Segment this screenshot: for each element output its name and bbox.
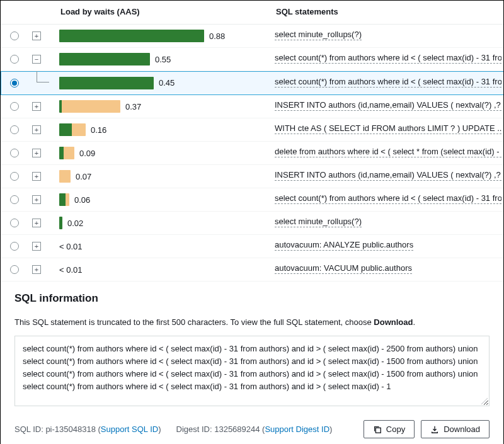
table-row[interactable]: +0.06select count(*) from authors where … — [1, 188, 503, 212]
download-button[interactable]: Download — [421, 420, 490, 438]
load-bar-segment-orange — [66, 193, 69, 206]
load-bar — [59, 100, 120, 113]
load-value: 0.88 — [209, 31, 225, 41]
expand-icon[interactable]: + — [32, 102, 41, 111]
load-bar-segment-green — [59, 147, 64, 159]
load-bar-segment-green — [59, 123, 72, 136]
sql-info-description: This SQL statement is truncated to the f… — [14, 317, 490, 327]
table-row[interactable]: +0.37INSERT INTO authors (id,name,email)… — [1, 95, 503, 118]
support-digest-id-link[interactable]: Support Digest ID — [265, 424, 329, 434]
table-row[interactable]: −0.55select count(*) from authors where … — [1, 48, 503, 71]
load-bar — [59, 170, 71, 183]
expand-icon[interactable]: + — [32, 172, 41, 181]
load-bar-segment-green — [59, 193, 66, 206]
load-value: 0.45 — [159, 78, 175, 88]
copy-button[interactable]: Copy — [364, 420, 415, 438]
load-bar — [59, 193, 69, 206]
sql-statement-link[interactable]: select minute_rollups(?) — [275, 217, 362, 227]
table-row[interactable]: +0.88select minute_rollups(?) — [1, 25, 503, 48]
load-value: 0.09 — [79, 149, 95, 158]
load-bar — [59, 77, 154, 89]
row-radio[interactable] — [10, 219, 19, 227]
header-sql[interactable]: SQL statements — [271, 1, 503, 25]
row-radio[interactable] — [10, 149, 19, 157]
sql-text-line: select count(*) from authors where id < … — [23, 380, 481, 393]
load-bar — [59, 30, 204, 42]
sql-statement-link[interactable]: WITH cte AS ( SELECT id FROM authors LIM… — [275, 123, 501, 134]
expand-icon[interactable]: + — [32, 149, 41, 157]
collapse-icon[interactable]: − — [32, 55, 41, 64]
sql-statement-link[interactable]: autovacuum: VACUUM public.authors — [275, 263, 412, 274]
sql-load-table: Load by waits (AAS) SQL statements +0.88… — [1, 1, 503, 282]
expand-icon[interactable]: + — [32, 219, 41, 227]
sql-statement-link[interactable]: select count(*) from authors where id < … — [275, 193, 501, 204]
row-radio[interactable] — [10, 125, 19, 134]
sql-statement-link[interactable]: delete from authors where id < ( select … — [275, 147, 501, 157]
sql-statement-link[interactable]: INSERT INTO authors (id,name,email) VALU… — [275, 100, 501, 111]
download-icon — [430, 425, 439, 434]
row-radio[interactable] — [10, 172, 19, 181]
row-radio[interactable] — [10, 79, 19, 88]
expand-icon[interactable]: + — [32, 195, 41, 204]
expand-icon[interactable]: + — [32, 125, 41, 134]
row-radio[interactable] — [10, 31, 19, 40]
expand-icon[interactable]: + — [32, 265, 41, 274]
expand-icon[interactable]: + — [32, 31, 41, 40]
load-value: 0.06 — [74, 195, 90, 205]
sql-text-line: select count(*) from authors where id < … — [23, 368, 481, 380]
load-value: 0.16 — [91, 125, 106, 135]
load-bar — [59, 147, 74, 159]
row-radio[interactable] — [10, 265, 19, 274]
load-bar — [59, 123, 86, 136]
table-row[interactable]: +0.07INSERT INTO authors (id,name,email)… — [1, 165, 503, 188]
load-bar-segment-green — [59, 77, 154, 89]
load-value: < 0.01 — [59, 265, 83, 275]
load-bar-segment-orange — [72, 123, 86, 136]
header-load[interactable]: Load by waits (AAS) — [55, 1, 271, 25]
sql-statement-link[interactable]: select count(*) from authors where id < … — [275, 53, 501, 64]
load-bar-segment-green — [59, 30, 204, 42]
load-value: < 0.01 — [59, 242, 83, 251]
row-radio[interactable] — [10, 195, 19, 204]
table-row[interactable]: +0.02select minute_rollups(?) — [1, 212, 503, 235]
sql-text-box[interactable]: select count(*) from authors where id < … — [14, 336, 490, 406]
load-bar-segment-orange — [62, 100, 120, 113]
sql-info-meta: SQL ID: pi-135048318 (Support SQL ID) Di… — [14, 424, 332, 434]
svg-rect-0 — [375, 428, 381, 433]
tree-line-icon — [37, 71, 49, 83]
expand-icon[interactable]: + — [32, 242, 41, 251]
load-bar-segment-green — [59, 53, 150, 65]
sql-statement-link[interactable]: autovacuum: ANALYZE public.authors — [275, 240, 413, 251]
load-value: 0.02 — [67, 219, 83, 228]
row-radio[interactable] — [10, 102, 19, 111]
load-value: 0.55 — [155, 55, 171, 64]
table-row[interactable]: +0.09delete from authors where id < ( se… — [1, 142, 503, 165]
sql-statement-link[interactable]: select minute_rollups(?) — [275, 30, 362, 40]
table-row[interactable]: +< 0.01autovacuum: VACUUM public.authors — [1, 258, 503, 282]
row-radio[interactable] — [10, 55, 19, 64]
resize-grip-icon[interactable] — [481, 398, 488, 404]
sql-info-panel: SQL information This SQL statement is tr… — [1, 282, 503, 444]
load-bar-segment-orange — [59, 170, 71, 183]
copy-icon — [373, 425, 382, 434]
sql-text-line: select count(*) from authors where id < … — [23, 355, 481, 368]
table-row[interactable]: +0.16WITH cte AS ( SELECT id FROM author… — [1, 118, 503, 142]
sql-text-line: select count(*) from authors where id < … — [23, 343, 481, 355]
row-radio[interactable] — [10, 242, 19, 251]
load-bar-segment-orange — [64, 147, 74, 159]
load-value: 0.37 — [125, 102, 141, 111]
table-row[interactable]: 0.45select count(*) from authors where i… — [1, 71, 503, 95]
table-row[interactable]: +< 0.01autovacuum: ANALYZE public.author… — [1, 235, 503, 258]
sql-statement-link[interactable]: select count(*) from authors where id < … — [275, 77, 501, 88]
sql-statement-link[interactable]: INSERT INTO authors (id,name,email) VALU… — [275, 170, 501, 181]
load-value: 0.07 — [76, 172, 91, 181]
load-bar-segment-green — [59, 217, 62, 229]
load-bar — [59, 217, 62, 229]
sql-info-title: SQL information — [14, 292, 490, 305]
load-bar — [59, 53, 150, 65]
support-sql-id-link[interactable]: Support SQL ID — [101, 424, 158, 434]
